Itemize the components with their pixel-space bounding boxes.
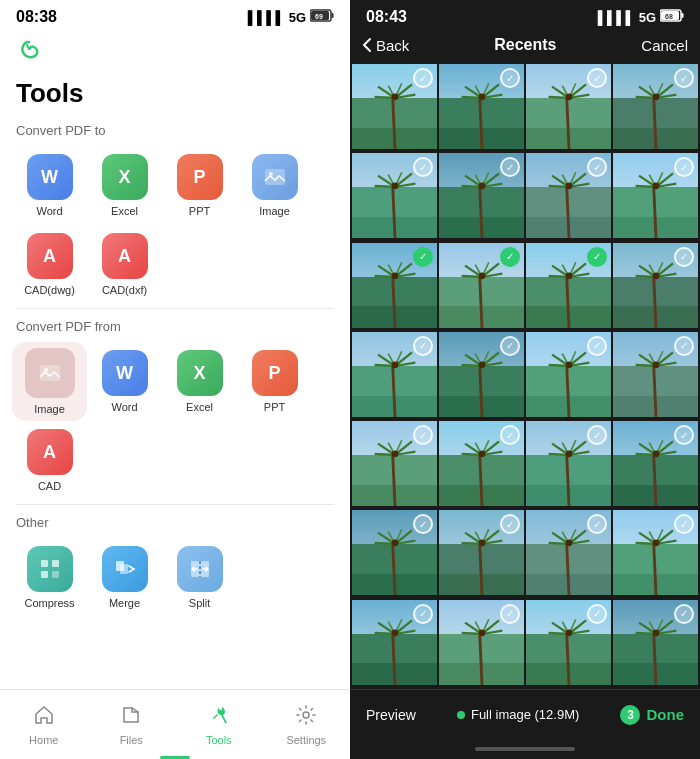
- word-from-label: Word: [111, 401, 137, 413]
- svg-point-76: [565, 183, 572, 190]
- photo-cell[interactable]: ✓: [526, 243, 611, 328]
- photo-checkbox[interactable]: ✓: [500, 336, 520, 356]
- tool-compress[interactable]: Compress: [12, 538, 87, 617]
- svg-point-236: [565, 629, 572, 636]
- photo-checkbox[interactable]: ✓: [413, 68, 433, 88]
- status-icons-left: ▌▌▌▌ 5G 69: [248, 9, 334, 25]
- back-button[interactable]: Back: [362, 37, 409, 54]
- image-to-icon: [252, 154, 298, 200]
- tool-ppt[interactable]: P PPT: [162, 146, 237, 225]
- cad-from-icon: A: [27, 429, 73, 475]
- nav-home[interactable]: Home: [0, 690, 88, 759]
- tool-split[interactable]: Split: [162, 538, 237, 617]
- svg-rect-9: [52, 560, 59, 567]
- photo-checkbox[interactable]: ✓: [500, 247, 520, 267]
- svg-line-157: [479, 455, 481, 506]
- excel-label: Excel: [111, 205, 138, 217]
- tool-cad-dwg[interactable]: A CAD(dwg): [12, 225, 87, 304]
- photo-cell[interactable]: ✓: [439, 153, 524, 238]
- photo-checkbox[interactable]: ✓: [674, 68, 694, 88]
- photo-checkbox[interactable]: ✓: [587, 604, 607, 624]
- photo-cell[interactable]: ✓: [439, 510, 524, 595]
- photo-checkbox[interactable]: ✓: [587, 425, 607, 445]
- nav-settings-label: Settings: [286, 734, 326, 746]
- photo-cell[interactable]: ✓: [526, 421, 611, 506]
- right-header: Back Recents Cancel: [350, 30, 700, 62]
- svg-point-16: [303, 712, 309, 718]
- photo-cell[interactable]: ✓: [526, 600, 611, 685]
- battery-right: 68: [660, 9, 684, 25]
- photo-checkbox[interactable]: ✓: [674, 604, 694, 624]
- photo-checkbox[interactable]: ✓: [500, 68, 520, 88]
- nav-tools[interactable]: Tools: [175, 690, 263, 759]
- photo-cell[interactable]: ✓: [352, 421, 437, 506]
- photo-cell[interactable]: ✓: [613, 243, 698, 328]
- divider-1: [16, 308, 334, 309]
- svg-point-132: [478, 361, 485, 368]
- photo-cell[interactable]: ✓: [352, 243, 437, 328]
- photo-checkbox[interactable]: ✓: [500, 425, 520, 445]
- photo-cell[interactable]: ✓: [613, 421, 698, 506]
- svg-line-109: [653, 277, 655, 328]
- photo-cell[interactable]: ✓: [352, 332, 437, 417]
- photo-checkbox[interactable]: ✓: [587, 68, 607, 88]
- nav-settings[interactable]: Settings: [263, 690, 351, 759]
- tool-word-from[interactable]: W Word: [87, 342, 162, 421]
- photo-cell[interactable]: ✓: [526, 153, 611, 238]
- svg-point-116: [652, 272, 659, 279]
- preview-button[interactable]: Preview: [366, 707, 416, 723]
- tool-ppt-from[interactable]: P PPT: [237, 342, 312, 421]
- photo-cell[interactable]: ✓: [439, 332, 524, 417]
- done-button[interactable]: 3 Done: [620, 705, 684, 725]
- photo-checkbox[interactable]: ✓: [413, 604, 433, 624]
- photo-checkbox[interactable]: ✓: [413, 336, 433, 356]
- tool-excel-from[interactable]: X Excel: [162, 342, 237, 421]
- tool-merge[interactable]: Merge: [87, 538, 162, 617]
- svg-line-181: [392, 544, 394, 595]
- done-label: Done: [646, 706, 684, 723]
- photo-cell[interactable]: ✓: [439, 421, 524, 506]
- photo-cell[interactable]: ✓: [352, 510, 437, 595]
- photo-cell[interactable]: ✓: [352, 64, 437, 149]
- photo-checkbox[interactable]: ✓: [413, 247, 433, 267]
- photo-cell[interactable]: ✓: [526, 64, 611, 149]
- time-right: 08:43: [366, 8, 407, 26]
- photo-cell[interactable]: ✓: [439, 64, 524, 149]
- tool-cad-dxf[interactable]: A CAD(dxf): [87, 225, 162, 304]
- bottom-bar: Preview Full image (12.9M) 3 Done: [350, 689, 700, 739]
- photo-cell[interactable]: ✓: [613, 64, 698, 149]
- photo-cell[interactable]: ✓: [352, 153, 437, 238]
- cancel-button[interactable]: Cancel: [641, 37, 688, 54]
- tool-word[interactable]: W Word: [12, 146, 87, 225]
- nav-files[interactable]: Files: [88, 690, 176, 759]
- tool-image-to[interactable]: Image: [237, 146, 312, 225]
- signal-bars-left: ▌▌▌▌: [248, 10, 285, 25]
- photo-checkbox[interactable]: ✓: [674, 247, 694, 267]
- full-image-info: Full image (12.9M): [457, 707, 579, 722]
- photo-cell[interactable]: ✓: [613, 600, 698, 685]
- svg-line-221: [479, 634, 481, 685]
- word-icon: W: [27, 154, 73, 200]
- tool-cad-from[interactable]: A CAD: [12, 421, 87, 500]
- photo-cell[interactable]: ✓: [439, 600, 524, 685]
- photo-cell[interactable]: ✓: [352, 600, 437, 685]
- tool-image-from[interactable]: Image: [12, 342, 87, 421]
- photo-cell[interactable]: ✓: [526, 510, 611, 595]
- photo-cell[interactable]: ✓: [613, 510, 698, 595]
- photo-checkbox[interactable]: ✓: [674, 336, 694, 356]
- photo-checkbox[interactable]: ✓: [587, 247, 607, 267]
- tools-icon: [208, 704, 230, 731]
- svg-point-164: [478, 451, 485, 458]
- svg-line-205: [653, 544, 655, 595]
- photo-cell[interactable]: ✓: [613, 153, 698, 238]
- photo-checkbox[interactable]: ✓: [674, 425, 694, 445]
- photo-cell[interactable]: ✓: [439, 243, 524, 328]
- photo-checkbox[interactable]: ✓: [413, 425, 433, 445]
- photo-checkbox[interactable]: ✓: [587, 336, 607, 356]
- ppt-label: PPT: [189, 205, 210, 217]
- svg-point-204: [565, 540, 572, 547]
- tool-excel[interactable]: X Excel: [87, 146, 162, 225]
- photo-cell[interactable]: ✓: [526, 332, 611, 417]
- photo-cell[interactable]: ✓: [613, 332, 698, 417]
- photo-checkbox[interactable]: ✓: [500, 604, 520, 624]
